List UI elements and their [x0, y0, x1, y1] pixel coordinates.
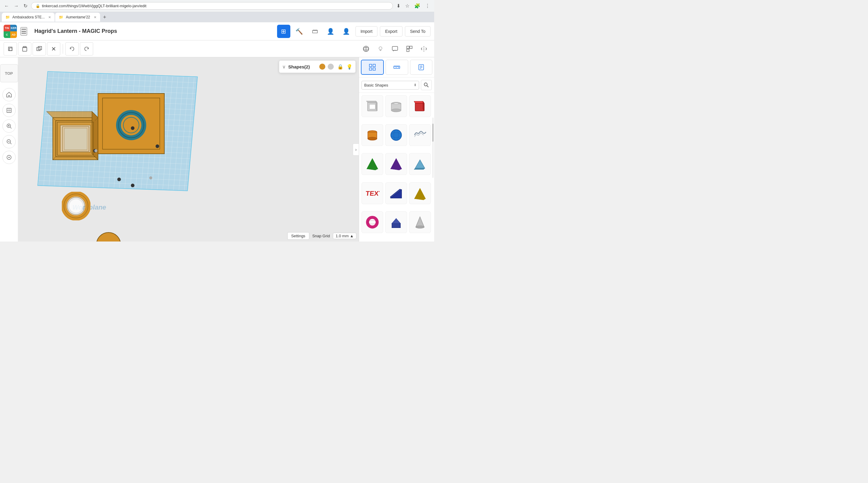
export-button[interactable]: Export: [380, 26, 402, 36]
shape-sphere[interactable]: [385, 124, 407, 146]
list-icon[interactable]: ☰: [21, 27, 27, 36]
shape-box-hole[interactable]: [362, 95, 383, 117]
undo-button[interactable]: [65, 42, 79, 56]
logo-tr: KER: [10, 25, 17, 31]
svg-rect-55: [369, 68, 372, 70]
handle-top-center[interactable]: [131, 126, 134, 130]
tab2-favicon: 📁: [59, 15, 63, 19]
view3d-button[interactable]: [360, 42, 373, 56]
fit-view-button[interactable]: [2, 104, 16, 117]
shape-color-2[interactable]: [328, 64, 334, 70]
shape-wedge-blue[interactable]: [385, 182, 407, 204]
extensions-button[interactable]: 🧩: [413, 2, 422, 10]
delete-button[interactable]: [47, 42, 60, 56]
svg-rect-0: [8, 47, 12, 51]
copy-button[interactable]: [4, 42, 17, 56]
shape-pyramid-yellow[interactable]: [409, 182, 431, 204]
address-bar[interactable]: 🔒 tinkercad.com/things/1WwbVjggQLT-brill…: [31, 2, 393, 10]
svg-marker-78: [423, 101, 424, 111]
browser-bar: ← → ↻ 🔒 tinkercad.com/things/1WwbVjggQLT…: [0, 0, 434, 12]
zoom-in-button[interactable]: [2, 119, 16, 133]
shape-pyramid-green[interactable]: [362, 153, 383, 175]
tab1-close[interactable]: ✕: [48, 16, 51, 19]
svg-rect-42: [64, 128, 87, 150]
svg-rect-56: [373, 68, 375, 70]
svg-rect-99: [392, 223, 400, 228]
mirror-button[interactable]: [417, 42, 431, 56]
comment-button[interactable]: [388, 42, 402, 56]
orbit-button[interactable]: [2, 151, 16, 164]
grid-icon-btn[interactable]: [361, 60, 384, 75]
redo-button[interactable]: [80, 42, 93, 56]
svg-rect-1: [9, 48, 12, 51]
home-view-button[interactable]: [2, 88, 16, 101]
downloads-button[interactable]: ⬇: [395, 2, 402, 10]
orange-panel-object[interactable]: [95, 90, 167, 158]
back-button[interactable]: ←: [3, 2, 10, 10]
snap-grid-value[interactable]: 1.0 mm ▲: [333, 233, 356, 239]
bookmark-button[interactable]: ☆: [404, 2, 411, 10]
shape-cone[interactable]: [409, 211, 431, 233]
paste-button[interactable]: [18, 42, 31, 56]
grid-view-button[interactable]: ⊞: [277, 25, 290, 38]
shapes-bulb-btn[interactable]: 💡: [346, 64, 352, 70]
canvas-area[interactable]: Workplane: [18, 57, 359, 241]
view-cube-container[interactable]: TOP: [0, 63, 20, 84]
user-plus-button[interactable]: 👤: [324, 25, 337, 38]
category-dropdown[interactable]: Basic Shapes: [362, 81, 419, 90]
menu-button[interactable]: ⋮: [424, 2, 431, 10]
right-panel: Basic Shapes ⬍: [359, 57, 434, 241]
reload-button[interactable]: ↻: [22, 2, 29, 10]
duplicate-button[interactable]: [33, 42, 46, 56]
settings-button[interactable]: Settings: [287, 232, 309, 240]
shape-torus[interactable]: [362, 211, 383, 233]
svg-text:TEXT: TEXT: [365, 190, 379, 197]
shape-box-solid[interactable]: [409, 95, 431, 117]
view-cube[interactable]: TOP: [0, 64, 18, 82]
scrollbar-thumb[interactable]: [432, 124, 434, 142]
tab-2[interactable]: 📁 Aumentame'22 ✕: [55, 13, 100, 22]
avatar-button[interactable]: 👤: [340, 25, 353, 38]
svg-marker-88: [391, 159, 402, 170]
import-button[interactable]: Import: [355, 26, 378, 36]
handle-top-right[interactable]: [156, 144, 159, 148]
shapes-panel-header: ∨ Shapes(2) 🔒 💡: [282, 64, 352, 70]
hammer-button[interactable]: 🔨: [293, 25, 306, 38]
tab2-close[interactable]: ✕: [94, 16, 96, 19]
bottom-ring-object[interactable]: [62, 192, 90, 220]
toolbar: [0, 40, 434, 57]
shape-prism-blue[interactable]: [385, 211, 407, 233]
scene-container: Workplane: [18, 57, 359, 241]
tab-1[interactable]: 📁 Ambaixadora STE... ✕: [2, 13, 55, 22]
shape-pyramid-purple[interactable]: [385, 153, 407, 175]
lock-icon: 🔒: [36, 4, 40, 8]
handle-bottom-center[interactable]: [131, 184, 134, 187]
toolbar-sep-1: [63, 44, 63, 54]
shape-text[interactable]: TEXT: [362, 182, 383, 204]
handle-right-gray[interactable]: [149, 176, 152, 179]
search-shapes-button[interactable]: [421, 80, 432, 90]
shape-color-1[interactable]: [319, 64, 325, 70]
shape-cyl-hole[interactable]: [385, 95, 407, 117]
notes-icon-btn[interactable]: [410, 60, 432, 75]
new-tab-button[interactable]: +: [101, 14, 109, 21]
send-to-button[interactable]: Send To: [405, 26, 431, 36]
ruler-icon-btn[interactable]: [385, 60, 408, 75]
forward-button[interactable]: →: [13, 2, 20, 10]
bottom-partial-object[interactable]: [93, 230, 124, 241]
shape-cylinder[interactable]: [362, 124, 383, 146]
briefcase-button[interactable]: 🗃: [308, 25, 322, 38]
project-title: Hagrid's Lantern - MAGIC Props: [34, 28, 117, 34]
tinkercad-logo[interactable]: TIN KER C AD: [4, 25, 17, 38]
panel-collapse-btn[interactable]: ›: [353, 144, 359, 156]
shape-wave[interactable]: [409, 124, 431, 146]
shape-prism[interactable]: [409, 153, 431, 175]
shapes-panel-collapse[interactable]: ∨: [282, 64, 286, 70]
bulb-button[interactable]: [374, 42, 387, 56]
handle-mid-left-gray[interactable]: [94, 149, 97, 152]
zoom-out-button[interactable]: [2, 135, 16, 148]
shapes-lock-btn[interactable]: 🔒: [337, 64, 343, 70]
url-text: tinkercad.com/things/1WwbVjggQLT-brillia…: [42, 4, 147, 8]
view2d-button[interactable]: [403, 42, 416, 56]
handle-bottom-left[interactable]: [117, 178, 121, 181]
